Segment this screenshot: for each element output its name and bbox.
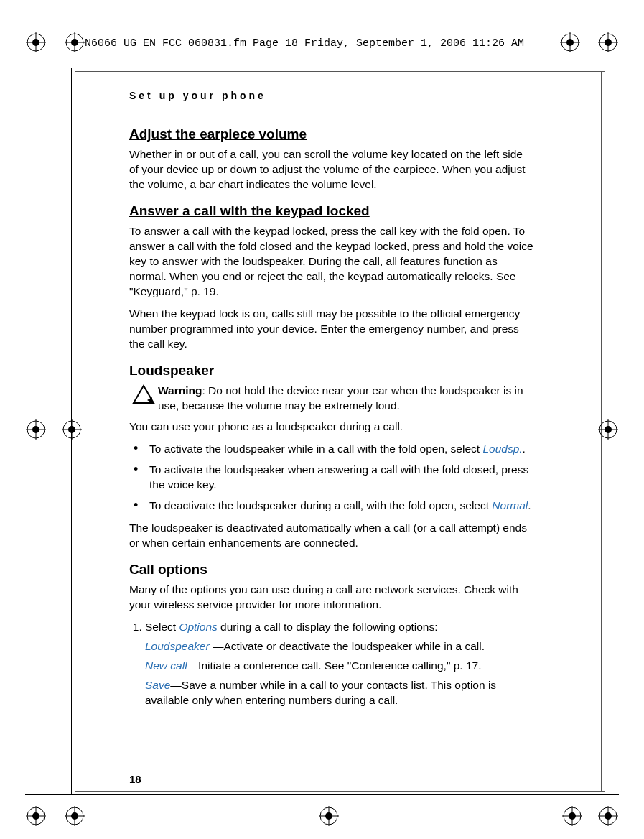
warning-block: Warning: Do not hold the device near you… bbox=[129, 383, 535, 413]
paragraph: Many of the options you can use during a… bbox=[129, 582, 535, 612]
page-content: Adjust the earpiece volume Whether in or… bbox=[129, 115, 535, 712]
crop-mark bbox=[25, 794, 619, 795]
crop-mark bbox=[75, 791, 605, 792]
svg-marker-49 bbox=[147, 397, 152, 403]
list-item: To deactivate the loudspeaker during a c… bbox=[129, 498, 535, 513]
option-definition: Save—Save a number while in a call to yo… bbox=[145, 677, 535, 708]
registration-mark-icon bbox=[26, 806, 46, 826]
paragraph: To answer a call with the keypad locked,… bbox=[129, 223, 535, 299]
registration-mark-icon bbox=[65, 32, 85, 52]
numbered-list: Select Options during a call to display … bbox=[129, 619, 535, 634]
registration-mark-icon bbox=[62, 420, 82, 440]
ui-term: Options bbox=[179, 621, 217, 633]
heading-call-options: Call options bbox=[129, 562, 535, 578]
warning-text: Warning: Do not hold the device near you… bbox=[158, 383, 535, 413]
registration-mark-icon bbox=[319, 806, 339, 826]
text-run: . bbox=[523, 442, 526, 455]
crop-mark bbox=[25, 68, 619, 68]
paragraph: The loudspeaker is deactivated automatic… bbox=[129, 520, 535, 550]
text-run: during a call to display the following o… bbox=[218, 621, 438, 633]
page-number: 18 bbox=[129, 773, 141, 785]
text-run: To deactivate the loudspeaker during a c… bbox=[149, 499, 492, 511]
ui-term: Save bbox=[145, 679, 170, 691]
registration-mark-icon bbox=[26, 32, 46, 52]
registration-mark-icon bbox=[26, 420, 46, 440]
crop-mark bbox=[75, 71, 605, 72]
heading-loudspeaker: Loudspeaker bbox=[129, 363, 535, 379]
warning-body: : Do not hold the device near your ear w… bbox=[158, 384, 523, 412]
text-run: —Save a number while in a call to your c… bbox=[145, 679, 496, 706]
bullet-list: To activate the loudspeaker while in a c… bbox=[129, 441, 535, 513]
paragraph: Whether in or out of a call, you can scr… bbox=[129, 147, 535, 192]
paragraph: You can use your phone as a loudspeaker … bbox=[129, 419, 535, 434]
list-item: To activate the loudspeaker while in a c… bbox=[129, 441, 535, 456]
ui-term: Loudsp. bbox=[482, 442, 522, 455]
registration-mark-icon bbox=[598, 32, 618, 52]
text-run: Select bbox=[145, 621, 179, 633]
ui-term: Loudspeaker bbox=[145, 640, 213, 652]
option-definition: Loudspeaker —Activate or deactivate the … bbox=[145, 639, 535, 654]
warning-icon bbox=[129, 383, 158, 404]
running-head: Set up your phone bbox=[129, 90, 266, 101]
option-definition: New call—Initiate a conference call. See… bbox=[145, 658, 535, 673]
list-item: To activate the loudspeaker when answeri… bbox=[129, 462, 535, 492]
ui-term: Normal bbox=[492, 499, 528, 511]
page: N6066_UG_EN_FCC_060831.fm Page 18 Friday… bbox=[0, 0, 644, 839]
heading-answer-call-keypad-locked: Answer a call with the keypad locked bbox=[129, 203, 535, 219]
registration-mark-icon bbox=[562, 806, 582, 826]
text-run: —Initiate a conference call. See "Confer… bbox=[187, 659, 482, 672]
registration-mark-icon bbox=[598, 806, 618, 826]
list-item: Select Options during a call to display … bbox=[145, 619, 535, 634]
text-run: . bbox=[528, 499, 531, 511]
paragraph: When the keypad lock is on, calls still … bbox=[129, 306, 535, 351]
heading-adjust-earpiece-volume: Adjust the earpiece volume bbox=[129, 126, 535, 142]
registration-mark-icon bbox=[598, 420, 618, 440]
text-run: —Activate or deactivate the loudspeaker … bbox=[213, 640, 485, 652]
registration-mark-icon bbox=[560, 32, 580, 52]
ui-term: New call bbox=[145, 659, 187, 672]
framemaker-header: N6066_UG_EN_FCC_060831.fm Page 18 Friday… bbox=[85, 37, 524, 50]
text-run: To activate the loudspeaker while in a c… bbox=[149, 442, 482, 455]
registration-mark-icon bbox=[65, 806, 85, 826]
warning-label: Warning bbox=[158, 384, 202, 397]
